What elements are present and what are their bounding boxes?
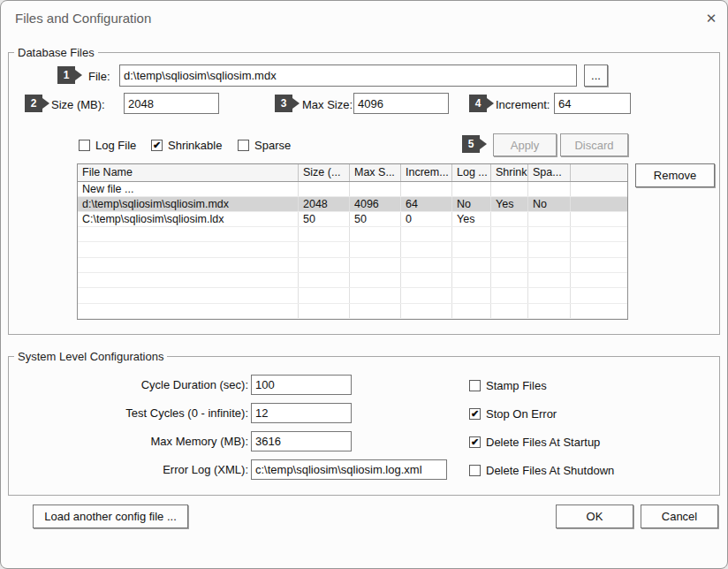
files-table-header: File Name Size (... Max S... Increm... L… xyxy=(78,164,627,182)
delete-files-at-shutdown-checkbox[interactable]: Delete Files At Shutdown xyxy=(469,464,614,477)
max-size-label: Max Size: xyxy=(302,98,353,111)
callout-3-badge: 3 xyxy=(275,95,292,112)
col-header-blank xyxy=(571,164,627,181)
stop-on-error-checkbox-box: ✔ xyxy=(469,408,481,420)
load-config-button[interactable]: Load another config file ... xyxy=(33,505,188,528)
remove-button[interactable]: Remove xyxy=(635,163,715,187)
close-icon[interactable]: ✕ xyxy=(701,8,722,29)
col-header-size[interactable]: Size (... xyxy=(299,164,350,181)
system-config-group-label: System Level Configurations xyxy=(14,350,167,363)
database-files-group-label: Database Files xyxy=(14,46,98,59)
table-empty-area xyxy=(78,227,627,319)
increment-input[interactable] xyxy=(554,93,631,114)
ok-button[interactable]: OK xyxy=(556,505,633,528)
stamp-files-checkbox[interactable]: Stamp Files xyxy=(469,379,547,392)
callout-1-badge: 1 xyxy=(57,66,75,84)
cycle-duration-input[interactable] xyxy=(251,375,352,395)
stamp-files-checkbox-box xyxy=(469,380,481,391)
increment-label: Increment: xyxy=(496,98,550,111)
table-row-mdx-selected[interactable]: d:\temp\sqliosim\sqliosim.mdx 2048 4096 … xyxy=(78,197,627,212)
callout-4-badge: 4 xyxy=(469,95,487,112)
shrinkable-checkbox[interactable]: ✔ Shrinkable xyxy=(151,139,222,152)
discard-button[interactable]: Discard xyxy=(560,133,628,156)
size-input[interactable] xyxy=(124,93,219,114)
error-log-label: Error Log (XML): xyxy=(72,463,248,476)
col-header-log[interactable]: Log ... xyxy=(452,164,491,181)
browse-button[interactable]: ... xyxy=(584,64,608,87)
delete-files-at-startup-checkbox[interactable]: ✔ Delete Files At Startup xyxy=(469,436,600,449)
log-file-checkbox-box xyxy=(79,140,90,151)
file-label: File: xyxy=(88,70,110,83)
files-and-configuration-dialog: Files and Configuration ✕ Database Files… xyxy=(0,0,728,569)
delete-files-at-startup-checkbox-box: ✔ xyxy=(469,436,481,448)
apply-button[interactable]: Apply xyxy=(493,133,557,156)
col-header-sparse[interactable]: Spa... xyxy=(528,164,571,181)
test-cycles-label: Test Cycles (0 - infinite): xyxy=(72,406,248,420)
col-header-increment[interactable]: Increm... xyxy=(401,164,452,181)
sparse-checkbox[interactable]: Sparse xyxy=(238,139,291,152)
file-input[interactable] xyxy=(119,64,577,87)
shrinkable-checkbox-box: ✔ xyxy=(151,140,163,151)
cycle-duration-label: Cycle Duration (sec): xyxy=(72,378,248,391)
stop-on-error-checkbox[interactable]: ✔ Stop On Error xyxy=(469,407,557,421)
max-memory-label: Max Memory (MB): xyxy=(72,435,248,448)
col-header-shrink[interactable]: Shrink xyxy=(491,164,528,181)
files-table: File Name Size (... Max S... Increm... L… xyxy=(77,163,628,320)
callout-2-badge: 2 xyxy=(25,95,42,112)
delete-files-at-shutdown-checkbox-box xyxy=(469,465,481,476)
col-header-max-size[interactable]: Max S... xyxy=(350,164,401,181)
cancel-button[interactable]: Cancel xyxy=(641,505,718,528)
size-label: Size (MB): xyxy=(51,98,105,111)
dialog-title: Files and Configuration xyxy=(15,11,151,26)
max-memory-input[interactable] xyxy=(251,431,352,451)
log-file-checkbox[interactable]: Log File xyxy=(79,139,136,152)
col-header-file-name[interactable]: File Name xyxy=(78,164,299,181)
table-row-ldx[interactable]: C:\temp\sqliosim\sqliosim.ldx 50 50 0 Ye… xyxy=(78,212,627,227)
callout-5-badge: 5 xyxy=(462,135,480,153)
test-cycles-input[interactable] xyxy=(251,403,352,423)
sparse-checkbox-box xyxy=(238,140,249,151)
table-row-new-file[interactable]: New file ... xyxy=(78,182,627,197)
error-log-input[interactable] xyxy=(251,459,447,480)
max-size-input[interactable] xyxy=(353,93,449,114)
